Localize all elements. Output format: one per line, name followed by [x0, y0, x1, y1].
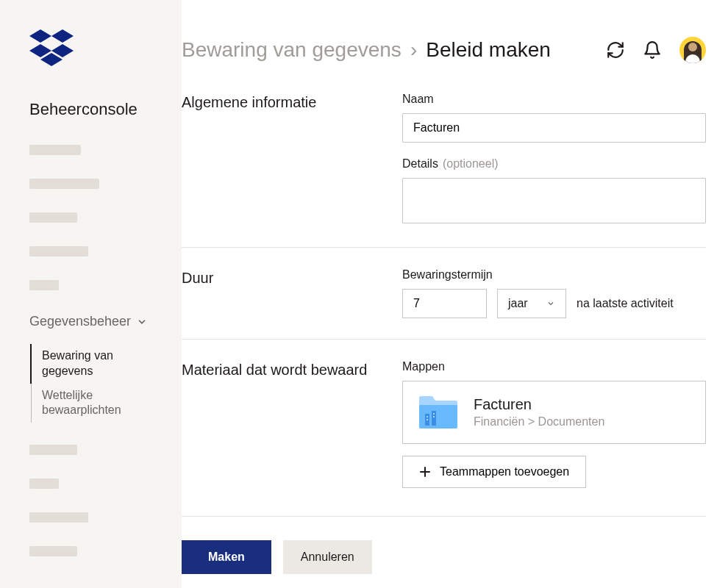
svg-rect-8: [427, 419, 428, 420]
cancel-button[interactable]: Annuleren: [283, 540, 372, 574]
folders-label: Mappen: [402, 360, 706, 373]
sidebar-item-data-retention[interactable]: Bewaring van gegevens: [30, 344, 167, 384]
breadcrumb-separator: ›: [410, 38, 417, 62]
details-textarea[interactable]: [402, 178, 706, 223]
name-input[interactable]: [402, 113, 706, 143]
svg-marker-0: [29, 29, 51, 43]
folder-name: Facturen: [474, 396, 690, 413]
bell-icon[interactable]: [643, 40, 662, 60]
plus-icon: [419, 466, 431, 478]
header-actions: [606, 37, 706, 63]
main-content: Bewaring van gegevens › Beleid maken: [182, 0, 728, 588]
nav-placeholder: [29, 212, 77, 223]
breadcrumb: Bewaring van gegevens › Beleid maken: [182, 38, 606, 62]
header: Bewaring van gegevens › Beleid maken: [182, 37, 706, 63]
details-label: Details (optioneel): [402, 157, 706, 171]
nav-placeholder: [29, 179, 99, 189]
term-hint: na laatste activiteit: [577, 297, 674, 310]
svg-rect-9: [433, 413, 435, 415]
add-team-folders-button[interactable]: Teammappen toevoegen: [402, 456, 586, 488]
section-duration: Duur Bewaringstermijn jaar na laatste ac…: [182, 268, 706, 340]
avatar[interactable]: [679, 37, 706, 63]
folder-card[interactable]: Facturen Financiën > Documenten: [402, 381, 706, 444]
nav-placeholder: [29, 478, 59, 489]
create-button[interactable]: Maken: [182, 540, 271, 574]
svg-marker-1: [51, 29, 74, 43]
folder-path: Financiën > Documenten: [474, 415, 690, 429]
section-label-general: Algemene informatie: [182, 93, 402, 226]
sidebar-title: Beheerconsole: [29, 100, 167, 119]
section-label-material: Materiaal dat wordt bewaard: [182, 360, 402, 488]
sidebar: Beheerconsole Gegevensbeheer Bewaring va…: [0, 0, 182, 588]
nav-placeholder: [29, 512, 88, 523]
term-unit-select[interactable]: jaar: [497, 289, 566, 318]
sidebar-item-legal-holds[interactable]: Wettelijke bewaarplichten: [32, 384, 167, 423]
sidebar-section-header[interactable]: Gegevensbeheer: [29, 314, 167, 329]
nav-placeholder: [29, 546, 77, 556]
nav-placeholder: [29, 280, 59, 290]
breadcrumb-current: Beleid maken: [426, 38, 551, 62]
svg-rect-7: [427, 416, 428, 417]
chevron-down-icon: [137, 317, 147, 327]
nav-placeholder: [29, 246, 88, 257]
chevron-down-icon: [546, 299, 555, 308]
breadcrumb-parent[interactable]: Bewaring van gegevens: [182, 38, 402, 62]
folder-icon: [418, 395, 459, 430]
term-value-input[interactable]: [402, 289, 487, 318]
section-general: Algemene informatie Naam Details (option…: [182, 93, 706, 248]
sync-icon[interactable]: [606, 40, 625, 60]
dropbox-logo[interactable]: [29, 29, 167, 71]
nav-placeholder: [29, 445, 77, 455]
section-label-duration: Duur: [182, 268, 402, 318]
nav-placeholder: [29, 145, 81, 155]
sidebar-section-label: Gegevensbeheer: [29, 314, 131, 329]
name-label: Naam: [402, 93, 706, 106]
svg-rect-10: [433, 416, 435, 417]
sidebar-nav: Bewaring van gegevens Wettelijke bewaarp…: [31, 344, 167, 423]
sidebar-bottom: [29, 445, 167, 556]
term-label: Bewaringstermijn: [402, 268, 706, 282]
section-material: Materiaal dat wordt bewaard Mappen: [182, 360, 706, 509]
form-actions: Maken Annuleren: [182, 531, 706, 574]
